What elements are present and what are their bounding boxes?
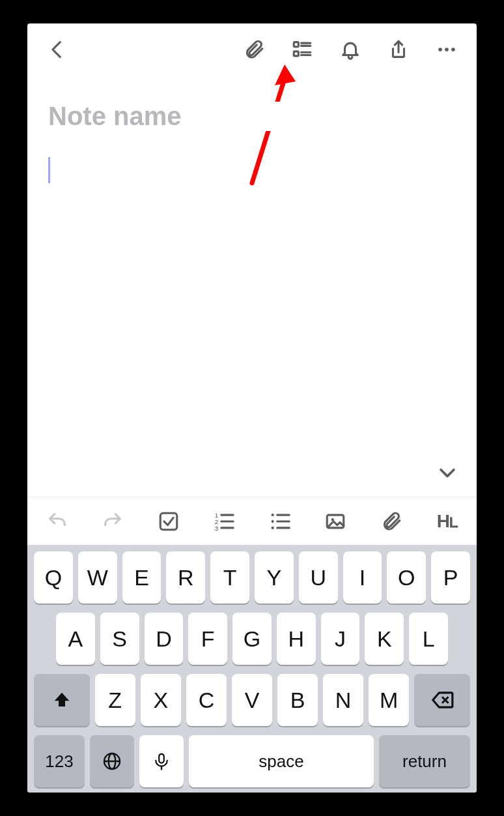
key-space[interactable]: space [189,735,374,787]
key-return[interactable]: return [379,735,470,787]
bulleted-list-button[interactable] [262,503,298,540]
key-w[interactable]: W [78,551,117,604]
image-icon [324,510,346,532]
key-v[interactable]: V [232,674,272,726]
more-horizontal-icon [436,38,458,61]
list-layout-icon [291,38,313,61]
key-e[interactable]: E [122,551,161,604]
key-t[interactable]: T [210,551,249,604]
undo-button[interactable] [39,503,76,540]
svg-text:3: 3 [215,525,219,532]
svg-point-7 [445,48,449,51]
note-title-input[interactable] [48,102,456,131]
svg-point-19 [271,519,273,522]
share-button[interactable] [380,31,417,68]
keyboard-row-2: A S D F G H J K L [31,613,473,665]
paperclip-icon [380,510,402,532]
back-button[interactable] [39,31,76,68]
key-j[interactable]: J [321,613,360,665]
key-p[interactable]: P [431,551,470,604]
key-numbers[interactable]: 123 [34,735,85,787]
key-c[interactable]: C [186,674,227,726]
share-icon [387,38,410,61]
svg-point-6 [438,48,442,51]
paperclip-icon [243,38,265,61]
more-button[interactable] [428,31,465,68]
top-toolbar [27,23,477,76]
heading-style-button[interactable]: Hʟ [428,503,465,540]
key-u[interactable]: U [299,551,338,604]
key-globe[interactable] [90,735,134,787]
svg-rect-11 [160,513,177,530]
key-o[interactable]: O [387,551,426,604]
key-g[interactable]: G [232,613,272,665]
key-shift[interactable] [34,674,90,726]
redo-button[interactable] [94,503,131,540]
svg-point-20 [271,526,273,529]
key-b[interactable]: B [277,674,318,726]
collapse-keyboard-button[interactable] [431,456,464,489]
svg-rect-0 [294,42,298,47]
template-button[interactable] [284,31,320,68]
key-h[interactable]: H [277,613,316,665]
format-toolbar: 1 2 3 Hʟ [27,497,477,545]
svg-rect-31 [159,754,164,763]
shift-icon [52,690,72,710]
microphone-icon [152,750,171,773]
numbered-list-button[interactable]: 1 2 3 [206,503,242,540]
reminder-button[interactable] [332,31,369,68]
key-n[interactable]: N [323,674,363,726]
text-cursor [48,157,50,183]
key-q[interactable]: Q [34,551,73,604]
key-z[interactable]: Z [95,674,135,726]
key-f[interactable]: F [188,613,227,665]
chevron-down-icon [436,461,458,484]
key-l[interactable]: L [409,613,448,665]
key-d[interactable]: D [145,613,184,665]
key-y[interactable]: Y [255,551,294,604]
keyboard-row-4: 123 space return [31,735,473,787]
insert-image-button[interactable] [317,503,354,540]
key-k[interactable]: K [365,613,404,665]
numbered-list-icon: 1 2 3 [213,510,235,532]
heading-icon: Hʟ [437,510,456,532]
bell-icon [339,38,361,61]
keyboard-row-1: Q W E R T Y U I O P [31,551,473,604]
backspace-icon [430,688,455,712]
svg-rect-3 [294,51,298,56]
key-dictation[interactable] [139,735,184,787]
app-screen: 1 2 3 Hʟ Q W E R T Y [27,23,477,793]
key-m[interactable]: M [369,674,409,726]
note-editor[interactable] [27,76,477,497]
key-r[interactable]: R [166,551,205,604]
globe-icon [102,751,122,772]
bulleted-list-icon [269,510,291,532]
attach-file-button[interactable] [373,503,410,540]
note-body-input[interactable] [48,157,456,183]
attachment-button[interactable] [236,31,272,68]
checkbox-button[interactable] [150,503,187,540]
redo-icon [102,510,124,532]
undo-icon [46,510,68,532]
keyboard-row-3: Z X C V B N M [31,674,473,726]
key-i[interactable]: I [343,551,382,604]
key-x[interactable]: X [141,674,181,726]
onscreen-keyboard: Q W E R T Y U I O P A S D F G H J K L Z [27,545,477,793]
key-backspace[interactable] [414,674,470,726]
svg-point-8 [451,48,455,51]
key-s[interactable]: S [100,613,139,665]
svg-point-18 [271,513,273,516]
key-a[interactable]: A [56,613,95,665]
checkbox-icon [158,510,180,532]
chevron-left-icon [46,38,68,61]
